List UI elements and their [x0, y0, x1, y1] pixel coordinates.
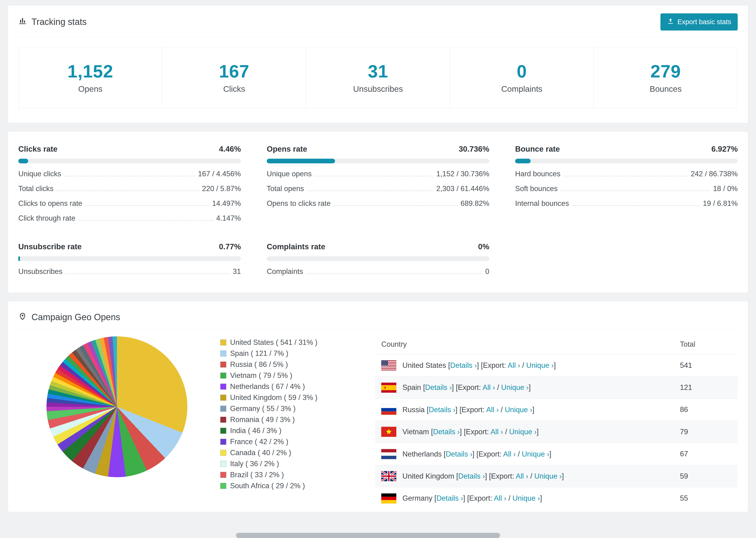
bounces-count: 279 — [594, 61, 737, 81]
export-unique-link[interactable]: Unique › — [526, 361, 554, 369]
unsubscribes-label: Unsubscribes — [306, 84, 450, 94]
legend-item: Russia ( 86 / 5% ) — [220, 360, 375, 369]
export-all-link[interactable]: All › — [494, 494, 506, 502]
stat-row: 1,152 Opens 167 Clicks 31 Unsubscribes 0… — [18, 48, 738, 108]
rate-row: Unique opens1,152 / 30.736% — [267, 170, 489, 178]
geo-table-row: Netherlands [Details ›] [Export: All › /… — [375, 443, 738, 465]
spain-flag-icon — [381, 383, 396, 393]
details-link[interactable]: Details › — [425, 383, 452, 392]
rate-row: Hard bounces242 / 86.738% — [515, 170, 738, 178]
bounce-rate-percent: 6.927% — [711, 144, 738, 153]
country-total: 541 — [680, 361, 731, 370]
details-link[interactable]: Details › — [458, 472, 485, 480]
united-kingdom-flag-icon — [381, 471, 396, 481]
unsubscribe-rate-percent: 0.77% — [219, 242, 241, 251]
legend-item: Netherlands ( 67 / 4% ) — [220, 382, 375, 391]
export-unique-link[interactable]: Unique › — [509, 428, 536, 436]
netherlands-flag-icon — [381, 449, 396, 459]
horizontal-scrollbar-thumb[interactable] — [236, 533, 500, 538]
united-states-flag-icon — [381, 360, 396, 370]
details-link[interactable]: Details › — [433, 428, 460, 436]
geo-table-header: Country Total — [375, 336, 738, 354]
tracking-stats-header: Tracking stats Export basic stats — [18, 13, 738, 37]
country-total: 79 — [680, 428, 731, 436]
geo-pie-chart — [46, 336, 188, 477]
geo-table-row: Spain [Details ›] [Export: All › / Uniqu… — [375, 376, 738, 398]
geo-table-row: United Kingdom [Details ›] [Export: All … — [375, 465, 738, 487]
stat-box-bounces: 279 Bounces — [594, 48, 738, 108]
export-unique-link[interactable]: Unique › — [522, 450, 549, 458]
geo-opens-header: Campaign Geo Opens — [18, 312, 738, 329]
export-basic-stats-label: Export basic stats — [677, 18, 731, 26]
legend-swatch — [220, 472, 226, 478]
details-link[interactable]: Details › — [450, 361, 477, 369]
export-all-link[interactable]: All › — [508, 361, 520, 369]
complaints-rate-block: Complaints rate 0% Complaints0 — [267, 242, 489, 276]
opens-rate-title: Opens rate — [267, 144, 307, 153]
legend-item: United States ( 541 / 31% ) — [220, 338, 375, 347]
clicks-rate-percent: 4.46% — [219, 144, 241, 153]
export-all-link[interactable]: All › — [516, 472, 528, 480]
export-unique-link[interactable]: Unique › — [505, 405, 532, 414]
country-name: Germany — [403, 494, 432, 502]
opens-rate-percent: 30.736% — [459, 144, 489, 153]
country-name: Vietnam — [403, 428, 429, 436]
bounce-rate-title: Bounce rate — [515, 144, 560, 153]
legend-swatch — [220, 350, 226, 356]
country-column-header: Country — [381, 340, 680, 349]
country-name: United Kingdom — [403, 472, 454, 480]
export-all-link[interactable]: All › — [503, 450, 515, 458]
rate-row: Unsubscribes31 — [18, 267, 241, 276]
export-label: Export: — [466, 428, 489, 436]
russia-flag-icon — [381, 405, 396, 415]
legend-item: United Kingdom ( 59 / 3% ) — [220, 394, 375, 402]
complaints-rate-percent: 0% — [478, 242, 489, 251]
country-name: United States — [403, 361, 446, 369]
country-name: Russia — [403, 405, 425, 414]
legend-item: Italy ( 36 / 2% ) — [220, 459, 375, 468]
export-label: Export: — [491, 472, 514, 480]
bounce-rate-block: Bounce rate 6.927% Hard bounces242 / 86.… — [515, 144, 738, 223]
country-total: 55 — [680, 494, 731, 503]
tracking-stats-title: Tracking stats — [31, 17, 87, 27]
country-total: 67 — [680, 450, 731, 458]
unsubscribes-count: 31 — [306, 61, 450, 81]
export-label: Export: — [458, 383, 481, 392]
geo-legend: United States ( 541 / 31% ) Spain ( 121 … — [220, 336, 375, 510]
export-unique-link[interactable]: Unique › — [513, 494, 540, 502]
export-all-link[interactable]: All › — [486, 405, 499, 414]
legend-item: Brazil ( 33 / 2% ) — [220, 471, 375, 479]
export-unique-link[interactable]: Unique › — [501, 383, 529, 392]
complaints-count: 0 — [450, 61, 594, 81]
geo-pie-column — [18, 336, 220, 510]
legend-item: Canada ( 40 / 2% ) — [220, 449, 375, 457]
geo-body: United States ( 541 / 31% ) Spain ( 121 … — [18, 329, 738, 510]
map-pin-icon — [18, 312, 27, 323]
export-all-link[interactable]: All › — [490, 428, 503, 436]
legend-item: Germany ( 55 / 3% ) — [220, 404, 375, 413]
export-unique-link[interactable]: Unique › — [534, 472, 562, 480]
opens-rate-block: Opens rate 30.736% Unique opens1,152 / 3… — [267, 144, 489, 223]
export-label: Export: — [469, 494, 492, 502]
legend-item: India ( 46 / 3% ) — [220, 426, 375, 435]
rate-row: Total clicks220 / 5.87% — [18, 185, 241, 193]
export-all-link[interactable]: All › — [482, 383, 495, 392]
rate-row: Unique clicks167 / 4.456% — [18, 170, 241, 178]
rate-row: Click through rate4.147% — [18, 214, 241, 223]
clicks-rate-title: Clicks rate — [18, 144, 58, 153]
legend-swatch — [220, 361, 226, 368]
details-link[interactable]: Details › — [446, 450, 472, 458]
export-icon — [667, 18, 674, 26]
rate-row: Soft bounces18 / 0% — [515, 185, 738, 193]
complaints-rate-title: Complaints rate — [267, 242, 325, 251]
rates-grid: Clicks rate 4.46% Unique clicks167 / 4.4… — [18, 144, 738, 276]
legend-item: France ( 42 / 2% ) — [220, 438, 375, 446]
details-link[interactable]: Details › — [436, 494, 463, 502]
opens-rate-bar — [267, 159, 489, 163]
export-label: Export: — [478, 450, 502, 458]
details-link[interactable]: Details › — [429, 405, 456, 414]
geo-table-row: Russia [Details ›] [Export: All › / Uniq… — [375, 399, 738, 421]
clicks-count: 167 — [162, 61, 306, 81]
export-basic-stats-button[interactable]: Export basic stats — [661, 13, 738, 30]
legend-swatch — [220, 340, 226, 346]
